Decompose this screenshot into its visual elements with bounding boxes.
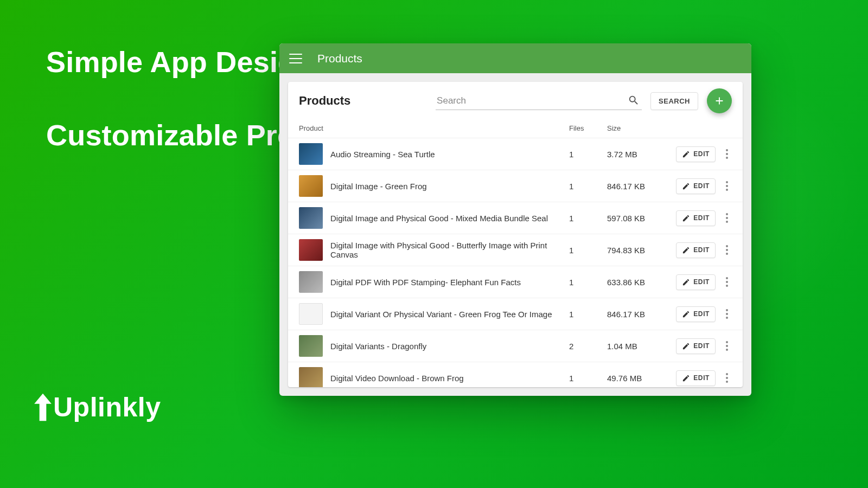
edit-label: EDIT xyxy=(693,310,710,318)
product-size: 597.08 KB xyxy=(607,214,667,223)
more-menu-icon[interactable] xyxy=(722,213,732,223)
product-name: Digital Image - Green Frog xyxy=(330,182,569,191)
search-button[interactable]: SEARCH xyxy=(650,92,698,110)
edit-label: EDIT xyxy=(693,278,710,286)
plus-icon xyxy=(713,95,725,107)
app-window: Products Products SEARCH Product Files S… xyxy=(279,43,751,396)
search-input[interactable] xyxy=(436,92,642,110)
pencil-icon xyxy=(682,374,690,382)
product-thumbnail xyxy=(299,175,323,197)
row-actions: EDIT xyxy=(667,210,732,226)
product-name: Digital Image with Physical Good - Butte… xyxy=(330,241,569,259)
product-name: Digital Image and Physical Good - Mixed … xyxy=(330,214,569,223)
product-files: 2 xyxy=(569,342,607,351)
col-size: Size xyxy=(607,124,667,132)
product-files: 1 xyxy=(569,278,607,287)
product-thumbnail xyxy=(299,207,323,229)
more-menu-icon[interactable] xyxy=(722,181,732,191)
product-size: 49.76 MB xyxy=(607,374,667,383)
add-product-button[interactable] xyxy=(707,88,732,113)
edit-label: EDIT xyxy=(693,246,710,254)
uplinkly-arrow-icon xyxy=(33,393,53,421)
product-files: 1 xyxy=(569,150,607,159)
row-actions: EDIT xyxy=(667,178,732,194)
more-menu-icon[interactable] xyxy=(722,309,732,319)
brand-name: Uplinkly xyxy=(53,391,161,423)
product-size: 794.83 KB xyxy=(607,246,667,255)
product-name: Digital Variant Or Physical Variant - Gr… xyxy=(330,310,569,319)
product-thumbnail xyxy=(299,367,323,387)
product-files: 1 xyxy=(569,310,607,319)
product-size: 1.04 MB xyxy=(607,342,667,351)
pencil-icon xyxy=(682,310,690,318)
pencil-icon xyxy=(682,278,690,286)
pencil-icon xyxy=(682,182,690,190)
menu-icon[interactable] xyxy=(289,54,302,63)
card-title: Products xyxy=(299,94,350,108)
edit-label: EDIT xyxy=(693,150,710,158)
edit-button[interactable]: EDIT xyxy=(676,242,716,258)
product-size: 846.17 KB xyxy=(607,182,667,191)
table-row[interactable]: Digital Image - Green Frog1846.17 KBEDIT xyxy=(288,170,743,202)
brand-logo: Uplinkly xyxy=(33,391,161,423)
edit-button[interactable]: EDIT xyxy=(676,178,716,194)
edit-button[interactable]: EDIT xyxy=(676,370,716,386)
appbar-title: Products xyxy=(317,52,362,65)
product-name: Digital Variants - Dragonfly xyxy=(330,342,569,351)
edit-label: EDIT xyxy=(693,214,710,222)
table-header: Product Files Size xyxy=(288,118,743,138)
pencil-icon xyxy=(682,150,690,158)
product-thumbnail xyxy=(299,335,323,357)
more-menu-icon[interactable] xyxy=(722,277,732,287)
table-body: Audio Streaming - Sea Turtle13.72 MBEDIT… xyxy=(288,138,743,387)
more-menu-icon[interactable] xyxy=(722,245,732,255)
product-thumbnail xyxy=(299,271,323,293)
product-size: 633.86 KB xyxy=(607,278,667,287)
product-thumbnail xyxy=(299,303,323,325)
row-actions: EDIT xyxy=(667,146,732,162)
product-files: 1 xyxy=(569,214,607,223)
pencil-icon xyxy=(682,214,690,222)
table-row[interactable]: Digital Variants - Dragonfly21.04 MBEDIT xyxy=(288,330,743,362)
edit-label: EDIT xyxy=(693,182,710,190)
more-menu-icon[interactable] xyxy=(722,373,732,383)
edit-button[interactable]: EDIT xyxy=(676,274,716,290)
app-bar: Products xyxy=(279,43,751,73)
col-files: Files xyxy=(569,124,607,132)
product-thumbnail xyxy=(299,239,323,261)
row-actions: EDIT xyxy=(667,338,732,354)
product-thumbnail xyxy=(299,143,323,165)
pencil-icon xyxy=(682,342,690,350)
table-row[interactable]: Audio Streaming - Sea Turtle13.72 MBEDIT xyxy=(288,138,743,170)
table-row[interactable]: Digital Video Download - Brown Frog149.7… xyxy=(288,362,743,387)
product-files: 1 xyxy=(569,374,607,383)
edit-button[interactable]: EDIT xyxy=(676,338,716,354)
edit-button[interactable]: EDIT xyxy=(676,146,716,162)
edit-button[interactable]: EDIT xyxy=(676,306,716,322)
card-header: Products SEARCH xyxy=(288,82,743,118)
edit-button[interactable]: EDIT xyxy=(676,210,716,226)
pencil-icon xyxy=(682,246,690,254)
row-actions: EDIT xyxy=(667,306,732,322)
col-product: Product xyxy=(299,124,569,132)
product-files: 1 xyxy=(569,182,607,191)
products-card: Products SEARCH Product Files Size Audio… xyxy=(288,82,743,387)
table-row[interactable]: Digital Image and Physical Good - Mixed … xyxy=(288,202,743,234)
product-files: 1 xyxy=(569,246,607,255)
search-field-wrap xyxy=(436,92,642,110)
more-menu-icon[interactable] xyxy=(722,149,732,159)
search-icon xyxy=(628,94,640,106)
product-name: Digital PDF With PDF Stamping- Elephant … xyxy=(330,278,569,287)
row-actions: EDIT xyxy=(667,370,732,386)
table-row[interactable]: Digital Variant Or Physical Variant - Gr… xyxy=(288,298,743,330)
edit-label: EDIT xyxy=(693,374,710,382)
product-name: Digital Video Download - Brown Frog xyxy=(330,374,569,383)
row-actions: EDIT xyxy=(667,274,732,290)
table-row[interactable]: Digital PDF With PDF Stamping- Elephant … xyxy=(288,266,743,298)
product-size: 3.72 MB xyxy=(607,150,667,159)
row-actions: EDIT xyxy=(667,242,732,258)
more-menu-icon[interactable] xyxy=(722,341,732,351)
table-row[interactable]: Digital Image with Physical Good - Butte… xyxy=(288,234,743,266)
edit-label: EDIT xyxy=(693,342,710,350)
product-size: 846.17 KB xyxy=(607,310,667,319)
